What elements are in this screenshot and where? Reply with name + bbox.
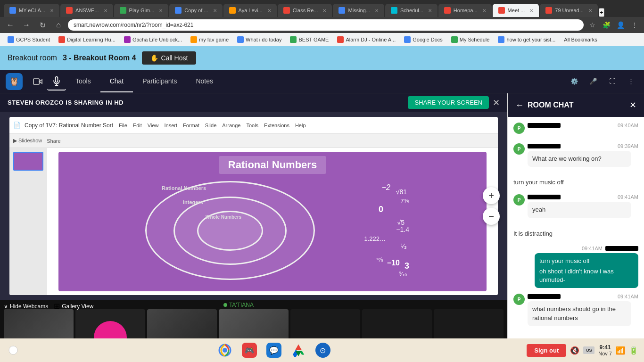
tab-5[interactable]: Aya Levi... ✕ [223,4,277,17]
menu-format[interactable]: Format [183,123,199,128]
msg-avatar-4: P [513,194,525,206]
menu-extensions[interactable]: Extensions [264,123,289,128]
more-options-icon[interactable]: ⋮ [629,19,640,31]
slides-content: Rational Numbers [9,148,498,295]
back-button[interactable]: ← [4,18,17,32]
forward-button[interactable]: → [20,18,33,32]
taskbar-chrome[interactable] [215,341,234,360]
audio-button[interactable]: 🎤 [586,74,601,89]
sharing-close-button[interactable]: ✕ [493,98,500,108]
msg-avatar-2: P [513,143,525,155]
new-tab-button[interactable]: + [599,8,604,17]
tab-10-close[interactable]: ✕ [529,8,533,13]
menu-tools[interactable]: Tools [246,123,258,128]
notification-area: US [583,346,594,354]
bookmark-google-docs[interactable]: Google Docs [400,35,446,44]
tab-3[interactable]: Play Gim... ✕ [114,4,169,17]
bookmark-all[interactable]: All Bookmarks [560,36,601,43]
bookmark-todo[interactable]: What i do today [233,35,285,44]
tab-5-label: Aya Levi... [239,8,263,13]
bookmark-digital[interactable]: Digital Learning Hu... [55,35,119,44]
bookmark-best-game[interactable]: BEST GAME [286,35,332,44]
bookmark-sist[interactable]: how to get your sist... [494,35,559,44]
slide-thumb-1[interactable] [13,152,43,171]
start-button[interactable] [6,343,21,358]
msg-content-2: 09:39AM What are we working on? [528,143,638,167]
tab-participants[interactable]: Participants [133,71,186,92]
tab-notes[interactable]: Notes [186,71,223,92]
menu-insert[interactable]: Insert [164,123,177,128]
tab-6-close[interactable]: ✕ [322,8,326,13]
more-button[interactable]: ⋮ [623,74,638,89]
extension-puzzle-icon[interactable]: 🧩 [601,19,612,31]
tab-7-close[interactable]: ✕ [375,8,379,13]
gallery-view-button[interactable]: Gallery View [62,303,93,310]
menu-view[interactable]: View [148,123,159,128]
bookmark-alarm[interactable]: Alarm DJ - Online A... [333,35,399,44]
tab-4-close[interactable]: ✕ [213,8,217,13]
bookmark-star-icon[interactable]: ☆ [586,19,598,31]
tab-5-close[interactable]: ✕ [267,8,271,13]
math-num-10: −10 [387,259,400,267]
call-host-button[interactable]: ✋ Call Host [142,51,197,65]
menu-help[interactable]: Help [295,123,306,128]
share-btn[interactable]: Share [47,138,60,144]
tab-3-close[interactable]: ✕ [159,8,163,13]
fullscreen-button[interactable]: ⛶ [604,74,619,89]
chat-back-button[interactable]: ← [515,100,524,110]
taskbar-app-3[interactable]: 💬 [264,341,283,360]
bookmark-gcps[interactable]: GCPS Student [4,35,54,44]
tab-7[interactable]: Missing... ✕ [333,4,384,17]
refresh-button[interactable]: ↻ [36,18,49,32]
volume-icon[interactable]: 🔇 [570,346,579,355]
profile-icon[interactable]: 👤 [615,19,626,31]
sign-out-button[interactable]: Sign out [527,344,566,357]
msg-name-4 [528,195,561,199]
tab-2-close[interactable]: ✕ [104,8,107,13]
chat-message-4: P 09:41AM yeah [513,194,638,222]
menu-file[interactable]: File [119,123,127,128]
taskbar-right: Sign out 🔇 US 9:41 Nov 7 📶 🔋 [527,344,638,357]
tab-chat[interactable]: Chat [100,71,133,92]
tab-9[interactable]: Homepa... ✕ [438,4,492,17]
tab-11-close[interactable]: ✕ [588,8,592,13]
zoom-in-button[interactable]: + [483,187,500,204]
slides-logo: 📄 [13,122,21,129]
msg-bubble-4: yeah [528,202,631,218]
address-bar[interactable]: smart.newrow.com/room/nr2/?room_id=axz-6… [68,19,584,31]
bookmark-best-game-icon [290,36,297,43]
svg-point-1 [9,346,17,354]
tab-tools[interactable]: Tools [66,71,100,92]
chat-close-button[interactable]: ✕ [629,100,636,110]
tab-9-close[interactable]: ✕ [482,8,486,13]
tab-8[interactable]: Schedul... ✕ [385,4,438,17]
tab-11[interactable]: 79 Unread... ✕ [540,4,598,17]
hide-webcams-button[interactable]: ∨ Hide Webcams [4,303,48,310]
camera-button[interactable] [28,73,47,90]
share-screen-button[interactable]: SHARE YOUR SCREEN [408,96,489,109]
home-button[interactable]: ⌂ [52,18,65,32]
zoom-out-button[interactable]: − [483,208,500,225]
tab-1-close[interactable]: ✕ [50,8,54,13]
menu-slide[interactable]: Slide [205,123,216,128]
menu-edit[interactable]: Edit [133,123,142,128]
math-num-1: −2 [382,183,390,192]
tab-2[interactable]: ANSWE... ✕ [60,4,113,17]
settings-button[interactable]: ⚙️ [567,74,582,89]
taskbar-google-drive[interactable] [289,341,308,360]
tab-4[interactable]: Copy of ... ✕ [169,4,222,17]
tab-8-close[interactable]: ✕ [428,8,432,13]
taskbar-app-2[interactable]: 🎮 [240,341,259,360]
tab-6[interactable]: Class Re... ✕ [278,4,332,17]
bookmark-gacha[interactable]: Gacha Life Unblock... [120,35,186,44]
slideshow-btn[interactable]: ▶ Slideshow [13,138,42,144]
tab-1[interactable]: MY eCLA... ✕ [4,4,59,17]
taskbar-app-5[interactable]: ⊙ [314,341,332,360]
bookmark-game[interactable]: my fav game [187,35,232,44]
wifi-icon: 📶 [616,346,625,355]
math-num-7: 1.222… [364,235,386,242]
tab-10[interactable]: Meet ... ✕ [493,4,539,17]
menu-arrange[interactable]: Arrange [222,123,240,128]
mic-button[interactable] [47,73,66,90]
bookmark-schedule[interactable]: My Schedule [447,35,494,44]
